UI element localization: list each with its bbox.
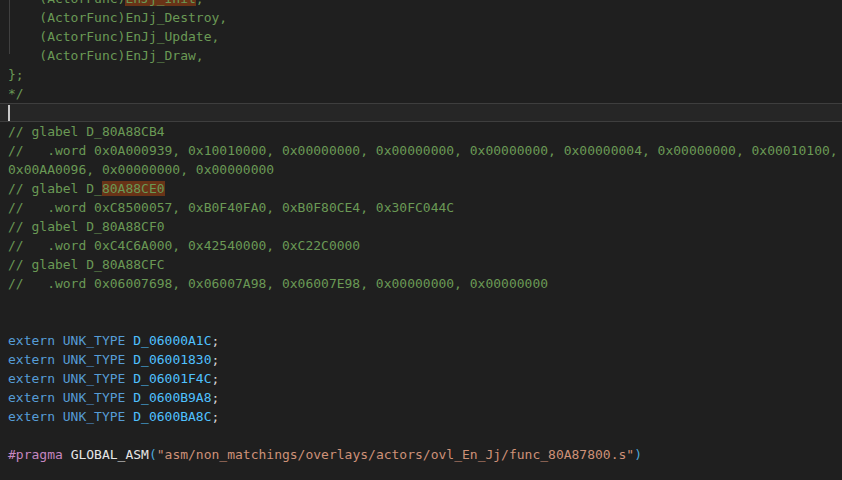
code-token: // .word 0xC4C6A000, 0x42540000, 0xC22C0…	[8, 238, 360, 253]
code-line[interactable]: (ActorFunc)EnJj_Init,	[0, 0, 842, 8]
current-line[interactable]	[0, 103, 842, 122]
code-token: extern	[8, 333, 55, 348]
code-token: ;	[212, 390, 220, 405]
code-token: extern	[8, 371, 55, 386]
indent-guide	[9, 0, 10, 54]
code-token: UNK_TYPE	[63, 333, 126, 348]
code-line[interactable]: // .word 0x06007698, 0x06007A98, 0x06007…	[0, 274, 842, 293]
code-token: #pragma	[8, 447, 63, 462]
code-token: D_06001F4C	[133, 371, 211, 386]
code-editor[interactable]: (ActorFunc)EnJj_Init, (ActorFunc)EnJj_De…	[0, 0, 842, 469]
code-token	[55, 371, 63, 386]
code-token	[55, 390, 63, 405]
code-token: // glabel D_80A88CB4	[8, 124, 165, 139]
code-token: (ActorFunc)EnJj_Update,	[8, 29, 219, 44]
code-token: // glabel D_80A88CF0	[8, 219, 165, 234]
code-token: // glabel D_	[8, 181, 102, 196]
code-line[interactable]: // .word 0xC8500057, 0xB0F40FA0, 0xB0F80…	[0, 198, 842, 217]
code-token: // .word 0x06007698, 0x06007A98, 0x06007…	[8, 276, 548, 291]
code-line[interactable]: // glabel D_80A88CE0	[0, 179, 842, 198]
code-token: (ActorFunc)EnJj_Destroy,	[8, 10, 227, 25]
code-line[interactable]: */	[0, 84, 842, 103]
code-content: (ActorFunc)EnJj_Init, (ActorFunc)EnJj_De…	[0, 0, 842, 480]
code-token: extern	[8, 352, 55, 367]
code-token: (ActorFunc)	[8, 0, 125, 6]
code-token: extern	[8, 409, 55, 424]
code-token: ;	[212, 371, 220, 386]
code-token: // .word 0x0A000939, 0x10010000, 0x00000…	[8, 143, 838, 158]
code-line[interactable]	[0, 426, 842, 445]
code-token: GLOBAL_ASM	[71, 447, 149, 462]
code-line[interactable]	[0, 293, 842, 312]
code-line[interactable]: // glabel D_80A88CF0	[0, 217, 842, 236]
code-token	[63, 447, 71, 462]
search-match-highlight: EnJj_Init	[125, 0, 195, 6]
code-line[interactable]: (ActorFunc)EnJj_Update,	[0, 27, 842, 46]
code-token: UNK_TYPE	[63, 390, 126, 405]
code-token	[55, 409, 63, 424]
code-token: UNK_TYPE	[63, 409, 126, 424]
code-token: UNK_TYPE	[63, 352, 126, 367]
code-token: "asm/non_matchings/overlays/actors/ovl_E…	[157, 447, 634, 462]
code-line[interactable]: // glabel D_80A88CB4	[0, 122, 842, 141]
code-token: ;	[212, 409, 220, 424]
code-line[interactable]: (ActorFunc)EnJj_Destroy,	[0, 8, 842, 27]
code-token: UNK_TYPE	[63, 371, 126, 386]
code-line[interactable]: (ActorFunc)EnJj_Draw,	[0, 46, 842, 65]
code-token	[55, 333, 63, 348]
search-match-highlight: 80A88CE0	[102, 181, 165, 196]
code-token: };	[8, 67, 24, 82]
code-line[interactable]	[0, 312, 842, 331]
code-line[interactable]: extern UNK_TYPE D_06001830;	[0, 350, 842, 369]
code-line[interactable]: // glabel D_80A88CFC	[0, 255, 842, 274]
code-line[interactable]: // .word 0x0A000939, 0x10010000, 0x00000…	[0, 141, 842, 160]
code-token: )	[634, 447, 642, 462]
code-token: */	[8, 86, 24, 101]
code-token: 0x00AA0096, 0x00000000, 0x00000000	[8, 162, 274, 177]
code-token: // glabel D_80A88CFC	[8, 257, 165, 272]
code-line[interactable]	[0, 464, 842, 480]
code-token: D_0600B9A8	[133, 390, 211, 405]
code-token: ;	[212, 333, 220, 348]
code-token	[55, 352, 63, 367]
code-line[interactable]: // .word 0xC4C6A000, 0x42540000, 0xC22C0…	[0, 236, 842, 255]
code-token: ,	[196, 0, 204, 6]
code-token: extern	[8, 390, 55, 405]
text-cursor	[8, 105, 10, 121]
code-token: ;	[212, 352, 220, 367]
code-line[interactable]: extern UNK_TYPE D_06001F4C;	[0, 369, 842, 388]
code-token: D_06000A1C	[133, 333, 211, 348]
code-line[interactable]: extern UNK_TYPE D_0600BA8C;	[0, 407, 842, 426]
code-token: // .word 0xC8500057, 0xB0F40FA0, 0xB0F80…	[8, 200, 454, 215]
code-token: D_0600BA8C	[133, 409, 211, 424]
code-token: D_06001830	[133, 352, 211, 367]
code-line[interactable]: 0x00AA0096, 0x00000000, 0x00000000	[0, 160, 842, 179]
code-line[interactable]: #pragma GLOBAL_ASM("asm/non_matchings/ov…	[0, 445, 842, 464]
code-token: (	[149, 447, 157, 462]
code-line[interactable]: extern UNK_TYPE D_0600B9A8;	[0, 388, 842, 407]
code-line[interactable]: extern UNK_TYPE D_06000A1C;	[0, 331, 842, 350]
code-token: (ActorFunc)EnJj_Draw,	[8, 48, 204, 63]
code-line[interactable]: };	[0, 65, 842, 84]
